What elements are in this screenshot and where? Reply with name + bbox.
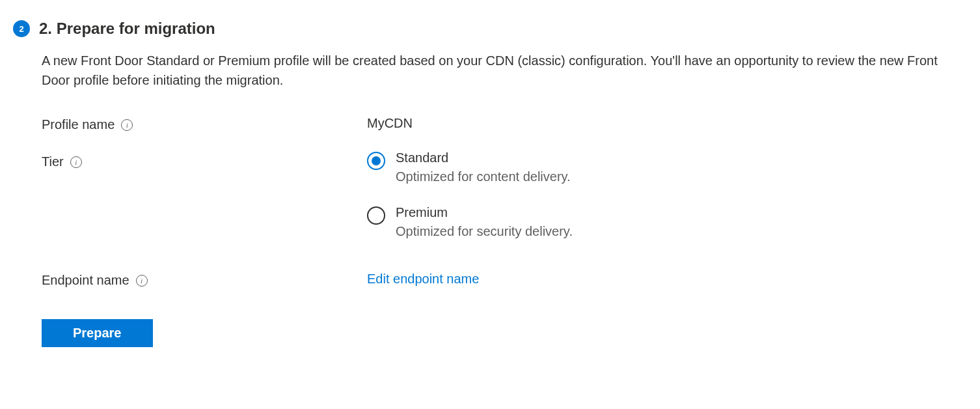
tier-option-standard-label: Standard [396,150,571,165]
radio-text-wrapper: Premium Optimized for security delivery. [396,205,573,239]
profile-name-label-wrapper: Profile name i [42,116,367,132]
profile-name-row: Profile name i MyCDN [42,116,953,132]
edit-endpoint-name-link[interactable]: Edit endpoint name [367,272,479,286]
profile-name-value: MyCDN [367,116,953,131]
step-description: A new Front Door Standard or Premium pro… [42,51,953,90]
tier-option-premium-label: Premium [396,205,573,220]
radio-icon [367,206,385,225]
tier-row: Tier i Standard Optimized for content de… [42,150,953,239]
info-icon[interactable]: i [121,119,133,131]
tier-radio-group: Standard Optimized for content delivery.… [367,150,953,239]
info-icon[interactable]: i [70,156,82,168]
profile-name-label: Profile name [42,117,115,132]
tier-option-premium[interactable]: Premium Optimized for security delivery. [367,205,953,239]
prepare-button[interactable]: Prepare [42,319,153,347]
step-title: 2. Prepare for migration [39,20,215,38]
radio-icon [367,152,385,170]
step-number-badge: 2 [13,20,30,37]
tier-option-standard-description: Optimized for content delivery. [396,169,571,184]
endpoint-name-row: Endpoint name i Edit endpoint name [42,272,953,288]
tier-option-premium-description: Optimized for security delivery. [396,224,573,239]
tier-label-wrapper: Tier i [42,150,367,169]
info-icon[interactable]: i [136,275,148,287]
tier-option-standard[interactable]: Standard Optimized for content delivery. [367,150,953,184]
step-header: 2 2. Prepare for migration [13,20,967,38]
radio-text-wrapper: Standard Optimized for content delivery. [396,150,571,184]
endpoint-name-value: Edit endpoint name [367,272,953,287]
tier-label: Tier [42,154,64,169]
content-area: A new Front Door Standard or Premium pro… [42,51,953,347]
endpoint-name-label-wrapper: Endpoint name i [42,272,367,288]
endpoint-name-label: Endpoint name [42,273,129,288]
